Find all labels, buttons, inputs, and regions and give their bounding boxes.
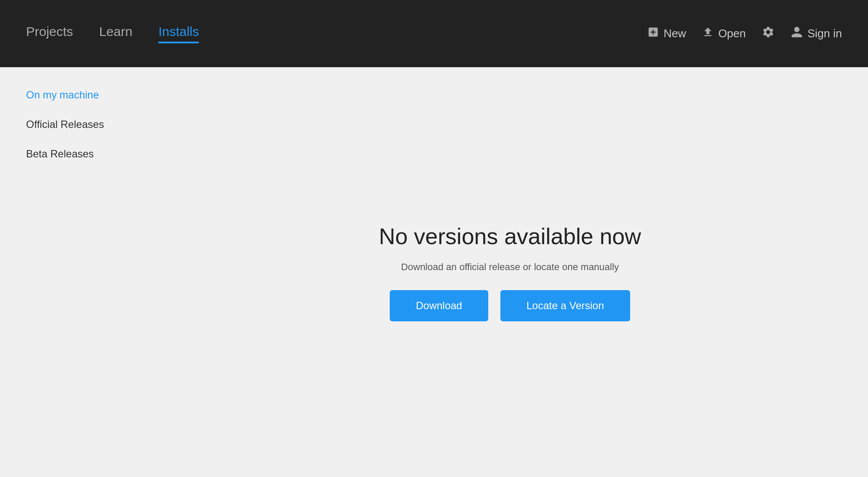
content-area: On my machine Official Releases Beta Rel… <box>0 67 868 477</box>
locate-version-button[interactable]: Locate a Version <box>500 290 630 321</box>
sidebar-item-beta-releases[interactable]: Beta Releases <box>26 148 126 160</box>
sidebar: On my machine Official Releases Beta Rel… <box>0 67 152 477</box>
navbar: Projects Learn Installs New Open <box>0 0 868 67</box>
nav-item-projects[interactable]: Projects <box>26 24 73 43</box>
open-button[interactable]: Open <box>702 26 746 41</box>
nav-right: New Open Sign in <box>647 26 842 42</box>
open-label: Open <box>718 27 746 40</box>
sidebar-item-official-releases[interactable]: Official Releases <box>26 118 126 131</box>
signin-label: Sign in <box>808 27 842 40</box>
new-icon <box>647 26 659 41</box>
sidebar-item-on-my-machine[interactable]: On my machine <box>26 89 126 101</box>
settings-button[interactable] <box>762 26 775 42</box>
nav-left: Projects Learn Installs <box>26 24 647 43</box>
main-content: No versions available now Download an of… <box>152 67 868 477</box>
open-icon <box>702 26 714 41</box>
empty-actions: Download Locate a Version <box>390 290 630 321</box>
nav-item-learn[interactable]: Learn <box>99 24 132 43</box>
new-label: New <box>664 27 686 40</box>
empty-subtitle: Download an official release or locate o… <box>401 261 619 273</box>
signin-button[interactable]: Sign in <box>790 26 842 42</box>
new-button[interactable]: New <box>647 26 686 41</box>
download-button[interactable]: Download <box>390 290 488 321</box>
nav-item-installs[interactable]: Installs <box>158 24 199 43</box>
user-icon <box>790 26 803 42</box>
empty-title: No versions available now <box>379 223 641 249</box>
empty-state: No versions available now Download an of… <box>379 223 641 321</box>
